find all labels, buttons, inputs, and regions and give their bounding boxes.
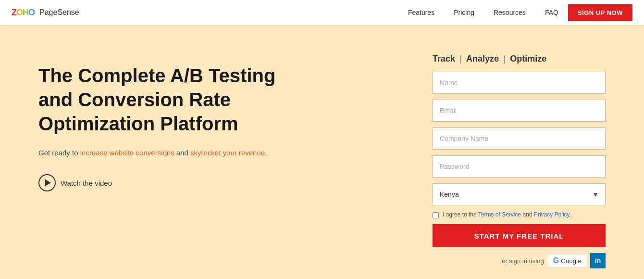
tagline-track: Track — [433, 54, 455, 63]
password-input[interactable] — [433, 155, 606, 178]
nav-links: Features Pricing Resources FAQ — [408, 9, 558, 16]
terms-and: and — [521, 211, 534, 218]
email-input[interactable] — [433, 100, 606, 122]
signup-button[interactable]: SIGN UP NOW — [568, 4, 632, 21]
google-label: Google — [561, 257, 581, 265]
brand-name: PageSense — [39, 8, 79, 17]
privacy-policy-link[interactable]: Privacy Policy — [534, 211, 570, 218]
tagline-optimize: Optimize — [510, 54, 546, 63]
tagline-sep1: | — [457, 54, 464, 63]
subtitle-before: Get ready to — [38, 149, 80, 157]
signup-form: Kenya United States United Kingdom India… — [433, 72, 606, 268]
google-signin-button[interactable]: G Google — [548, 254, 586, 267]
watch-video-link[interactable]: Watch the video — [38, 174, 394, 191]
tagline-analyze: Analyze — [466, 54, 499, 63]
o1-letter: O — [16, 8, 23, 17]
tagline-sep2: | — [501, 54, 508, 63]
linkedin-signin-button[interactable]: in — [590, 253, 606, 268]
navbar: ZOHO PageSense Features Pricing Resource… — [0, 0, 644, 25]
z-letter: Z — [12, 8, 16, 17]
terms-text-before: I agree to the — [443, 211, 478, 218]
signin-text: or sign in using — [502, 257, 544, 265]
o2-letter: O — [28, 8, 35, 17]
linkedin-label: in — [595, 257, 601, 265]
nav-link-resources[interactable]: Resources — [494, 9, 526, 16]
form-tagline: Track | Analyze | Optimize — [433, 54, 606, 64]
hero-left: The Complete A/B Testing and Conversion … — [38, 54, 394, 191]
subtitle-highlight1: increase website conversions — [80, 149, 174, 157]
terms-checkbox[interactable] — [433, 212, 439, 218]
terms-of-service-link[interactable]: Terms of Service — [478, 211, 521, 218]
zoho-logo: ZOHO — [12, 8, 35, 18]
logo[interactable]: ZOHO PageSense — [12, 8, 79, 18]
terms-text: I agree to the Terms of Service and Priv… — [443, 211, 571, 218]
signin-row: or sign in using G Google in — [433, 253, 606, 268]
hero-section: The Complete A/B Testing and Conversion … — [0, 25, 644, 279]
subtitle-middle: and — [174, 149, 190, 157]
h-letter: H — [23, 8, 28, 17]
trial-button[interactable]: START MY FREE TRIAL — [433, 224, 606, 247]
country-select-wrapper: Kenya United States United Kingdom India… — [433, 183, 606, 205]
subtitle-highlight2: skyrocket your revenue — [190, 149, 265, 157]
play-triangle — [45, 179, 51, 186]
company-input[interactable] — [433, 127, 606, 150]
terms-period: . — [570, 211, 571, 218]
play-icon — [38, 174, 56, 191]
nav-link-features[interactable]: Features — [408, 9, 434, 16]
nav-link-pricing[interactable]: Pricing — [454, 9, 474, 16]
hero-subtitle: Get ready to increase website conversion… — [38, 147, 394, 159]
nav-link-faq[interactable]: FAQ — [545, 9, 558, 16]
terms-row: I agree to the Terms of Service and Priv… — [433, 211, 606, 218]
subtitle-after: . — [265, 149, 267, 157]
name-input[interactable] — [433, 72, 606, 94]
watch-video-label: Watch the video — [61, 179, 112, 187]
country-select[interactable]: Kenya United States United Kingdom India… — [433, 183, 606, 205]
signup-form-container: Track | Analyze | Optimize Kenya United … — [433, 54, 606, 268]
google-g-icon: G — [553, 256, 559, 265]
hero-title: The Complete A/B Testing and Conversion … — [38, 63, 288, 136]
